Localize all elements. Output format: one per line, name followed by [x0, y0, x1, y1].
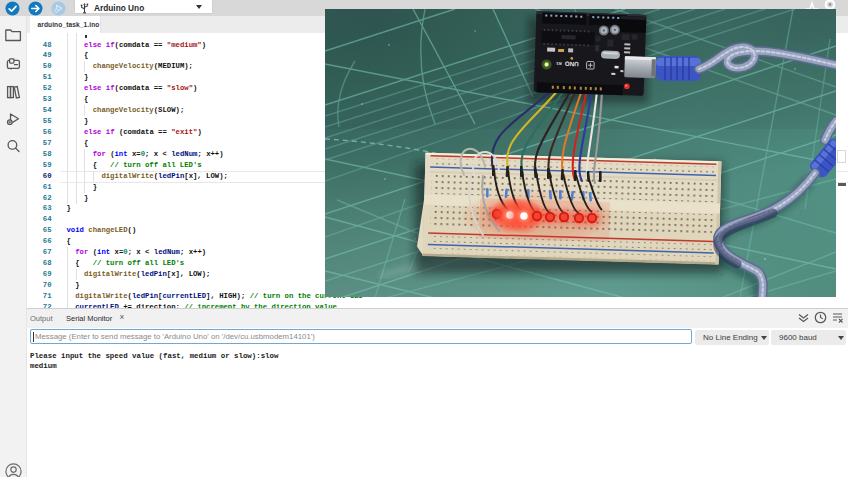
svg-text:UNO: UNO	[565, 61, 579, 68]
